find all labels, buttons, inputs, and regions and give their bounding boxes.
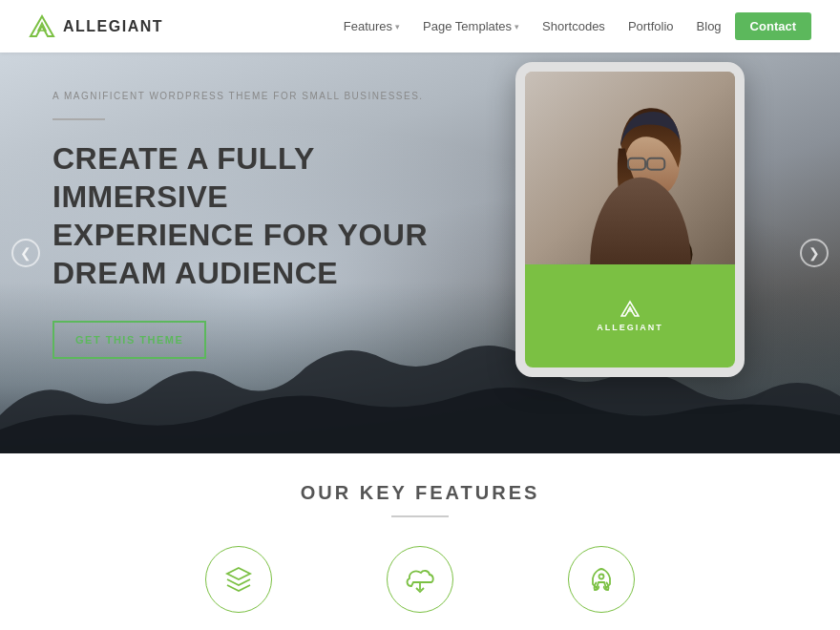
hero-subtitle: A MAGNIFICENT WORDPRESS THEME FOR SMALL … [52,91,434,101]
feature-rocket [568,546,635,613]
tablet-camera [627,65,633,71]
svg-point-12 [599,575,604,579]
hero-title: CREATE A FULLY IMMERSIVE EXPERIENCE FOR … [52,139,434,292]
logo-icon [29,13,55,40]
logo[interactable]: ALLEGIANT [29,13,163,40]
chevron-down-icon: ▾ [395,22,400,32]
tablet-mockup: ALLEGIANT [515,62,745,377]
tablet-logo-text: ALLEGIANT [597,323,663,332]
layers-icon [224,565,253,594]
nav-page-templates[interactable]: Page Templates ▾ [413,13,529,39]
cloud-icon [404,565,436,594]
tablet-screen: ALLEGIANT [525,72,735,368]
tablet-green-bar: ALLEGIANT [525,264,735,368]
tablet-outer: ALLEGIANT [515,62,745,377]
nav-links: Features ▾ Page Templates ▾ Shortcodes P… [334,12,811,40]
nav-features[interactable]: Features ▾ [334,13,410,39]
navbar: ALLEGIANT Features ▾ Page Templates ▾ Sh… [0,0,840,52]
nav-contact-button[interactable]: Contact [735,12,811,40]
feature-layers [205,546,272,613]
tablet-photo [525,72,735,264]
hero-prev-button[interactable]: ❮ [11,239,40,267]
woman-silhouette [525,72,735,264]
chevron-down-icon: ▾ [514,22,519,32]
rocket-icon [587,565,616,594]
features-title: OUR KEY FEATURES [301,482,540,504]
nav-shortcodes[interactable]: Shortcodes [533,13,615,39]
svg-marker-9 [621,302,639,316]
features-section: OUR KEY FEATURES [0,453,840,630]
svg-marker-0 [31,16,53,36]
feature-cloud [387,546,453,613]
tablet-logo-icon [620,300,640,319]
get-theme-button[interactable]: GET THIS THEME [52,321,206,359]
logo-text: ALLEGIANT [63,18,163,35]
hero-section: ❮ A MAGNIFICENT WORDPRESS THEME FOR SMAL… [0,52,840,453]
hero-divider [52,118,105,120]
svg-point-3 [606,225,693,263]
nav-blog[interactable]: Blog [687,13,731,39]
hero-content: A MAGNIFICENT WORDPRESS THEME FOR SMALL … [52,91,434,359]
features-divider [391,515,449,517]
features-icons [205,546,635,613]
nav-portfolio[interactable]: Portfolio [619,13,683,39]
hero-next-button[interactable]: ❯ [800,239,829,267]
